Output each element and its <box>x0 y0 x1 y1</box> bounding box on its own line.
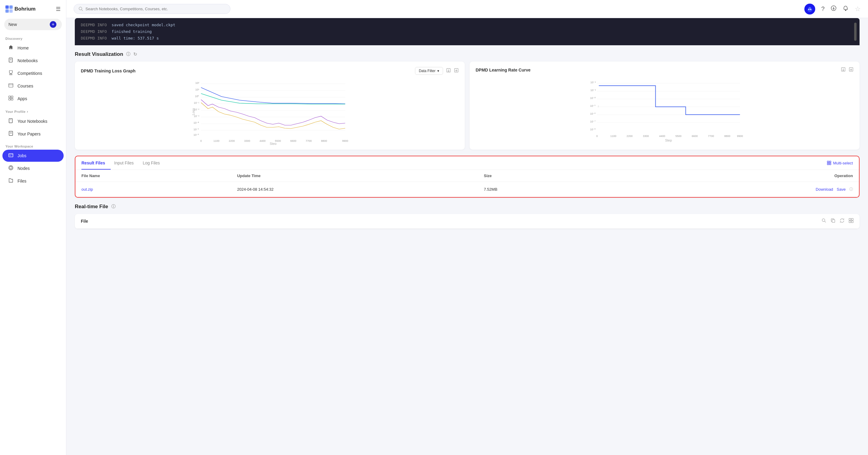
col-update-time: Update Time <box>231 170 478 182</box>
svg-rect-14 <box>9 154 13 157</box>
download-button[interactable]: Download <box>816 187 833 191</box>
nodes-icon <box>8 165 14 171</box>
sidebar-item-nodes[interactable]: Nodes <box>2 162 64 174</box>
svg-text:0: 0 <box>200 140 202 143</box>
your-profile-label[interactable]: Your Profile › <box>0 105 66 115</box>
svg-text:8800: 8800 <box>724 134 730 138</box>
notification-icon[interactable] <box>843 5 849 13</box>
svg-point-17 <box>10 166 12 169</box>
svg-text:10⁻⁷: 10⁻⁷ <box>590 120 596 123</box>
sidebar-item-home[interactable]: Home <box>2 42 64 54</box>
sidebar-item-competitions[interactable]: Competitions <box>2 67 64 79</box>
file-search-icon[interactable] <box>822 218 826 224</box>
sidebar-item-notebooks[interactable]: Notebooks <box>2 55 64 67</box>
sidebar-item-apps[interactable]: Apps <box>2 93 64 105</box>
sidebar-item-courses[interactable]: Courses <box>2 80 64 92</box>
svg-text:2200: 2200 <box>228 140 235 143</box>
svg-text:10⁰: 10⁰ <box>195 95 199 98</box>
home-icon <box>8 45 14 51</box>
bot-avatar[interactable] <box>804 4 815 14</box>
multi-select-button[interactable]: Multi-select <box>827 161 853 165</box>
svg-text:2200: 2200 <box>626 134 632 138</box>
lr-upload-icon[interactable] <box>841 67 846 73</box>
save-info-icon[interactable]: ⓘ <box>849 187 853 192</box>
data-filter-button[interactable]: Data Filter ▾ <box>415 67 443 75</box>
sidebar: Bohrium ☰ New + Discovery Home Notebooks… <box>0 0 66 455</box>
result-refresh-icon[interactable]: ↻ <box>133 52 137 57</box>
file-grid-icon[interactable] <box>849 218 854 224</box>
trophy-icon <box>8 70 14 76</box>
svg-point-24 <box>809 7 811 9</box>
training-loss-header: DPMD Training Loss Graph Data Filter ▾ <box>81 67 459 75</box>
realtime-file-header-bar: File <box>75 214 860 229</box>
log-line-3: DEEPMD INFO wall time: 537.517 s <box>81 35 854 42</box>
svg-text:10⁻¹: 10⁻¹ <box>194 101 199 104</box>
svg-text:Step: Step <box>270 142 277 145</box>
svg-rect-7 <box>9 98 10 100</box>
svg-text:9900: 9900 <box>737 134 743 138</box>
log-message-1: saved checkpoint model.ckpt <box>112 22 175 28</box>
chart-upload-icon[interactable] <box>446 68 451 74</box>
notebook-icon <box>8 58 14 64</box>
sidebar-item-files[interactable]: Files <box>2 175 64 187</box>
new-button-wrap: New + <box>0 17 66 33</box>
svg-point-89 <box>822 219 825 221</box>
svg-point-22 <box>808 9 809 10</box>
search-input[interactable] <box>85 7 225 11</box>
menu-icon[interactable]: ☰ <box>56 6 61 12</box>
realtime-file-icons <box>822 218 854 224</box>
learning-rate-chart: DPMD Learning Rate Curve 10⁻² 10⁻³ <box>470 62 860 150</box>
tab-log-files[interactable]: Log Files <box>143 156 165 170</box>
svg-text:10⁻⁵: 10⁻⁵ <box>590 104 596 108</box>
training-loss-chart: DPMD Training Loss Graph Data Filter ▾ <box>75 62 465 150</box>
svg-rect-86 <box>829 161 831 163</box>
sidebar-item-jobs[interactable]: Jobs <box>2 150 64 162</box>
log-message-3: wall time: 537.517 s <box>112 35 159 42</box>
svg-text:3300: 3300 <box>643 134 649 138</box>
file-name-cell[interactable]: out.zip <box>75 182 231 197</box>
tab-input-files[interactable]: Input Files <box>114 156 140 170</box>
result-info-icon[interactable]: ⓘ <box>126 52 130 57</box>
svg-line-20 <box>82 10 83 11</box>
svg-text:8800: 8800 <box>321 140 327 143</box>
sidebar-item-your-papers[interactable]: Your Papers <box>2 128 64 140</box>
save-button[interactable]: Save <box>837 187 846 191</box>
scrollbar-thumb <box>854 23 857 41</box>
file-refresh-icon[interactable] <box>840 218 844 224</box>
download-manager-icon[interactable] <box>831 5 837 13</box>
apps-icon <box>8 96 14 102</box>
realtime-file-title: Real-time File <box>75 204 108 210</box>
svg-rect-91 <box>832 220 835 222</box>
training-loss-actions: Data Filter ▾ <box>415 67 459 75</box>
col-operation: Operation <box>608 170 859 182</box>
tab-result-files[interactable]: Result Files <box>82 156 111 170</box>
star-icon[interactable]: ☆ <box>855 5 861 13</box>
col-filename: File Name <box>75 170 231 182</box>
svg-text:10⁻⁸: 10⁻⁸ <box>590 128 596 131</box>
svg-text:10⁻⁴: 10⁻⁴ <box>590 96 596 99</box>
lr-download-icon[interactable] <box>849 67 854 73</box>
svg-text:3300: 3300 <box>244 140 250 143</box>
svg-text:7700: 7700 <box>306 140 312 143</box>
search-bar[interactable] <box>73 4 230 14</box>
sidebar-item-your-notebooks[interactable]: Your Notebooks <box>2 115 64 127</box>
new-button[interactable]: New + <box>4 19 62 30</box>
svg-text:4400: 4400 <box>259 140 266 143</box>
chart-download-icon[interactable] <box>454 68 459 74</box>
jobs-icon <box>8 153 14 159</box>
learning-rate-title: DPMD Learning Rate Curve <box>476 68 530 72</box>
training-loss-svg: 10² 10¹ 10⁰ 10⁻¹ 10⁻² 10⁻³ 10⁻⁴ 10⁻⁵ 10⁻… <box>81 79 459 145</box>
your-workspace-label: Your Workspace <box>0 140 66 149</box>
logo: Bohrium <box>5 5 36 13</box>
svg-text:10⁻⁶: 10⁻⁶ <box>590 112 596 115</box>
realtime-file-header: Real-time File ⓘ <box>75 204 860 210</box>
sidebar-header: Bohrium ☰ <box>0 0 66 17</box>
realtime-info-icon[interactable]: ⓘ <box>111 204 116 209</box>
training-loss-title: DPMD Training Loss Graph <box>81 68 135 73</box>
logo-icon <box>5 5 13 13</box>
file-copy-icon[interactable] <box>831 218 835 224</box>
help-icon[interactable]: ? <box>821 5 825 12</box>
your-notebooks-icon <box>8 118 14 124</box>
svg-point-18 <box>9 165 13 170</box>
svg-text:10⁻³: 10⁻³ <box>590 89 596 92</box>
